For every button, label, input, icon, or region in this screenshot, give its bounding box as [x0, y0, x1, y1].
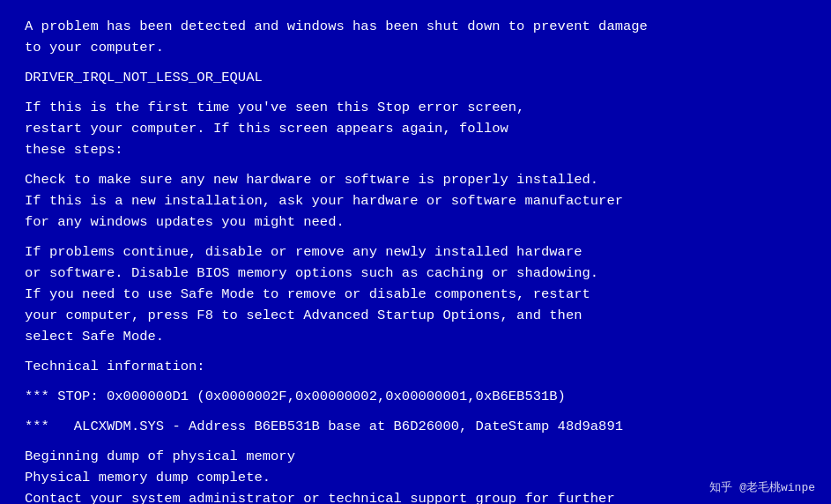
bsod-line: to your computer. — [25, 37, 806, 58]
bsod-line: for any windows updates you might need. — [25, 211, 806, 233]
bsod-screen: A problem has been detected and windows … — [0, 0, 831, 504]
bsod-line: Physical memory dump complete. — [25, 467, 806, 488]
bsod-line — [25, 233, 806, 241]
bsod-line: Contact your system administrator or tec… — [25, 488, 806, 504]
bsod-line: A problem has been detected and windows … — [25, 16, 806, 37]
bsod-line: Technical information: — [25, 356, 806, 377]
bsod-line: or software. Disable BIOS memory options… — [25, 263, 806, 284]
bsod-line: Check to make sure any new hardware or s… — [25, 169, 806, 190]
bsod-content: A problem has been detected and windows … — [25, 16, 806, 504]
bsod-line — [25, 58, 806, 67]
bsod-line — [25, 347, 806, 356]
watermark: 知乎 @老毛桃winpe — [709, 479, 815, 495]
bsod-line: If this is a new installation, ask your … — [25, 190, 806, 211]
bsod-line — [25, 407, 806, 416]
bsod-line — [25, 88, 806, 97]
bsod-line: If problems continue, disable or remove … — [25, 241, 806, 263]
bsod-line: select Safe Mode. — [25, 326, 806, 347]
bsod-line — [25, 377, 806, 386]
bsod-line: restart your computer. If this screen ap… — [25, 118, 806, 139]
bsod-line: *** STOP: 0x000000D1 (0x0000002F,0x00000… — [25, 386, 806, 407]
bsod-line: your computer, press F8 to select Advanc… — [25, 305, 806, 326]
bsod-line: If this is the first time you've seen th… — [25, 97, 806, 118]
bsod-line: If you need to use Safe Mode to remove o… — [25, 284, 806, 305]
bsod-line: DRIVER_IRQL_NOT_LESS_OR_EQUAL — [25, 67, 806, 88]
bsod-line: Beginning dump of physical memory — [25, 446, 806, 467]
bsod-line — [25, 437, 806, 446]
bsod-line: these steps: — [25, 139, 806, 160]
bsod-line: *** ALCXWDM.SYS - Address B6EB531B base … — [25, 416, 806, 437]
bsod-line — [25, 160, 806, 169]
